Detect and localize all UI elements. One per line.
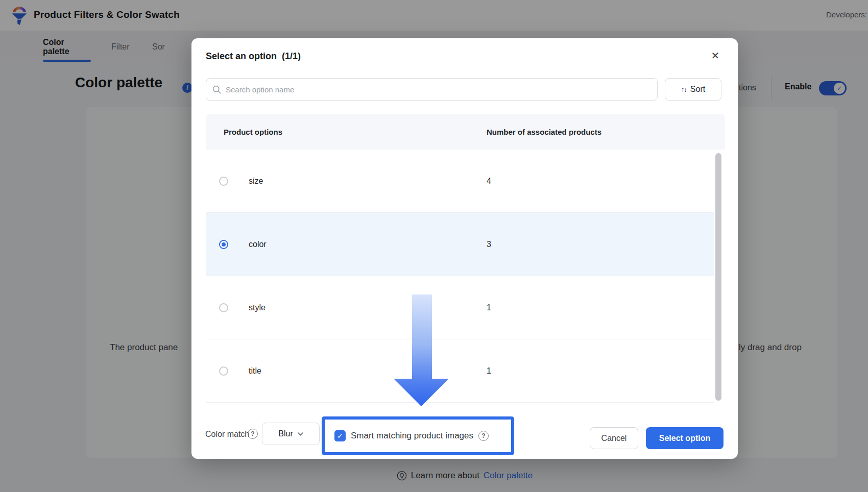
blur-value: Blur: [278, 429, 293, 438]
modal-counter: (1/1): [282, 51, 301, 61]
table-row-title[interactable]: title 1: [206, 339, 714, 403]
smart-match-help-icon[interactable]: ?: [478, 431, 489, 441]
radio-size[interactable]: [219, 177, 228, 186]
radio-color[interactable]: [219, 240, 228, 249]
option-count: 3: [487, 240, 714, 249]
option-label: title: [249, 366, 261, 376]
color-match-help-icon[interactable]: ?: [248, 429, 258, 439]
sort-label: Sort: [690, 85, 705, 94]
sort-button[interactable]: ↑↓ Sort: [665, 78, 721, 101]
highlight-annotation-box: ✓ Smart matching product images ?: [322, 416, 514, 455]
blur-dropdown[interactable]: Blur: [262, 423, 320, 445]
smart-match-checkbox[interactable]: ✓: [334, 430, 346, 441]
select-option-button[interactable]: Select option: [646, 427, 724, 449]
chevron-down-icon: [298, 432, 303, 436]
select-option-modal: Select an option(1/1) ✕ ↑↓ Sort Product …: [191, 38, 738, 459]
app-root: Product Filters & Color Swatch Developer…: [0, 0, 868, 492]
cancel-button[interactable]: Cancel: [590, 427, 638, 449]
options-table: Product options Number of associated pro…: [206, 114, 725, 403]
option-label: size: [249, 177, 263, 186]
table-row-style[interactable]: style 1: [206, 276, 714, 339]
radio-title[interactable]: [219, 366, 228, 376]
modal-title: Select an option(1/1): [206, 51, 301, 62]
close-icon[interactable]: ✕: [707, 47, 724, 64]
column-header-count: Number of associated products: [487, 128, 725, 136]
search-input[interactable]: [226, 85, 651, 94]
table-header: Product options Number of associated pro…: [206, 114, 725, 150]
sort-icon: ↑↓: [681, 85, 686, 93]
option-count: 1: [487, 303, 714, 312]
table-row-size[interactable]: size 4: [206, 150, 714, 213]
column-header-options: Product options: [206, 128, 487, 136]
table-row-color[interactable]: color 3: [206, 213, 714, 276]
option-count: 1: [487, 366, 714, 376]
option-label: color: [249, 240, 267, 249]
option-count: 4: [487, 177, 714, 186]
search-box: [206, 78, 658, 101]
search-icon: [212, 85, 221, 94]
radio-style[interactable]: [219, 303, 228, 312]
color-match-label: Color match: [205, 430, 249, 439]
smart-match-label: Smart matching product images: [351, 431, 473, 441]
option-label: style: [249, 303, 266, 312]
scrollbar-thumb[interactable]: [715, 153, 721, 401]
